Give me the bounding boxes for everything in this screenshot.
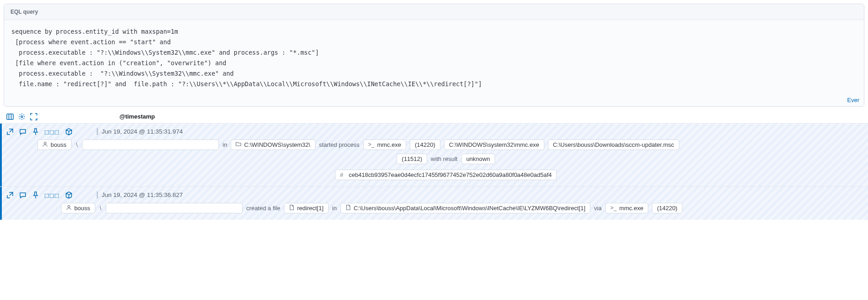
- file-chip[interactable]: redirect[1]: [284, 203, 329, 213]
- in-label: in: [332, 205, 337, 212]
- process-path-chip[interactable]: C:\WINDOWS\system32\mmc.exe: [444, 140, 544, 150]
- arg-path-chip[interactable]: C:\Users\bouss\Downloads\sccm-updater.ms…: [548, 140, 679, 150]
- path-separator: \: [75, 141, 79, 148]
- event-row: □□□ Jun 19, 2024 @ 11:35:36.827 bouss \ …: [0, 186, 868, 220]
- hash-prefix: #: [340, 171, 343, 178]
- eql-query-text[interactable]: sequence by process.entity_id with maxsp…: [4, 20, 864, 95]
- process-chip[interactable]: >_ mmc.exe: [363, 140, 406, 150]
- svg-point-4: [44, 142, 46, 144]
- pin-icon[interactable]: [32, 191, 39, 199]
- in-label: in: [222, 141, 227, 148]
- path-separator: \: [99, 205, 103, 212]
- terminal-icon: >_: [368, 141, 375, 148]
- row-actions: □□□: [6, 128, 72, 136]
- svg-point-5: [68, 205, 70, 207]
- file-icon: [346, 205, 351, 212]
- event-summary-line2: (11512) with result unknown: [29, 154, 863, 164]
- file-name: redirect[1]: [297, 205, 324, 212]
- user-icon: [42, 141, 48, 148]
- user-name: bouss: [51, 141, 67, 148]
- more-actions-icon[interactable]: □□□: [45, 128, 60, 136]
- user-chip[interactable]: bouss: [61, 203, 95, 213]
- chat-icon[interactable]: [19, 128, 26, 135]
- svg-point-3: [21, 116, 23, 118]
- via-label: via: [594, 205, 602, 212]
- analyze-icon[interactable]: [65, 128, 72, 135]
- more-actions-icon[interactable]: □□□: [45, 191, 60, 199]
- result-chip[interactable]: unknown: [461, 154, 495, 164]
- chat-icon[interactable]: [19, 191, 26, 199]
- user-name: bouss: [74, 205, 90, 212]
- row-actions: □□□: [6, 191, 72, 199]
- process-chip[interactable]: >_ mmc.exe: [605, 203, 648, 213]
- hash-chip[interactable]: # ceb418cb93957eae0d4ecfc17455f9677452e7…: [335, 170, 557, 180]
- results-toolbar: @timestamp: [0, 110, 868, 123]
- eql-query-panel: EQL query sequence by process.entity_id …: [4, 4, 864, 107]
- event-timestamp: Jun 19, 2024 @ 11:35:31.974: [97, 128, 186, 135]
- event-timestamp: Jun 19, 2024 @ 11:35:36.827: [97, 191, 186, 198]
- user-icon: [66, 205, 72, 212]
- file-icon: [289, 205, 294, 212]
- panel-footer: Ever: [4, 95, 864, 106]
- child-pid-chip[interactable]: (11512): [397, 154, 427, 164]
- expand-icon[interactable]: [6, 191, 14, 199]
- timestamp-column-header[interactable]: @timestamp: [119, 113, 155, 120]
- hash-block: # ceb418cb93957eae0d4ecfc17455f9677452e7…: [29, 170, 863, 180]
- gear-icon[interactable]: [18, 113, 26, 120]
- process-name: mmc.exe: [619, 205, 643, 212]
- pin-icon[interactable]: [32, 128, 39, 135]
- event-summary: bouss \ in C:\WINDOWS\system32\ started …: [37, 140, 863, 150]
- terminal-icon: >_: [610, 205, 617, 211]
- blank-field[interactable]: [82, 140, 219, 150]
- fullscreen-icon[interactable]: [30, 113, 37, 120]
- file-path: C:\Users\bouss\AppData\Local\Microsoft\W…: [354, 205, 585, 212]
- user-chip[interactable]: bouss: [37, 140, 72, 150]
- working-dir: C:\WINDOWS\system32\: [244, 141, 310, 148]
- working-dir-chip[interactable]: C:\WINDOWS\system32\: [231, 140, 315, 150]
- expand-icon[interactable]: [6, 128, 14, 135]
- started-label: started process: [319, 141, 360, 148]
- events-link[interactable]: Ever: [847, 97, 859, 103]
- process-name: mmc.exe: [377, 141, 401, 148]
- event-row: □□□ Jun 19, 2024 @ 11:35:31.974 bouss \ …: [0, 123, 868, 186]
- event-summary: bouss \ created a file redirect[1] in C:…: [61, 203, 863, 213]
- analyze-icon[interactable]: [65, 191, 72, 199]
- svg-rect-0: [7, 114, 13, 119]
- panel-title: EQL query: [4, 4, 864, 20]
- columns-icon[interactable]: [6, 113, 14, 120]
- hash-value: ceb418cb93957eae0d4ecfc17455f9677452e752…: [349, 171, 552, 178]
- file-path-chip[interactable]: C:\Users\bouss\AppData\Local\Microsoft\W…: [341, 203, 590, 213]
- with-result-label: with result: [431, 155, 458, 162]
- pid-chip[interactable]: (14220): [652, 203, 682, 213]
- created-label: created a file: [246, 205, 280, 212]
- pid-chip[interactable]: (14220): [410, 140, 440, 150]
- folder-icon: [236, 141, 241, 148]
- blank-field[interactable]: [106, 203, 243, 213]
